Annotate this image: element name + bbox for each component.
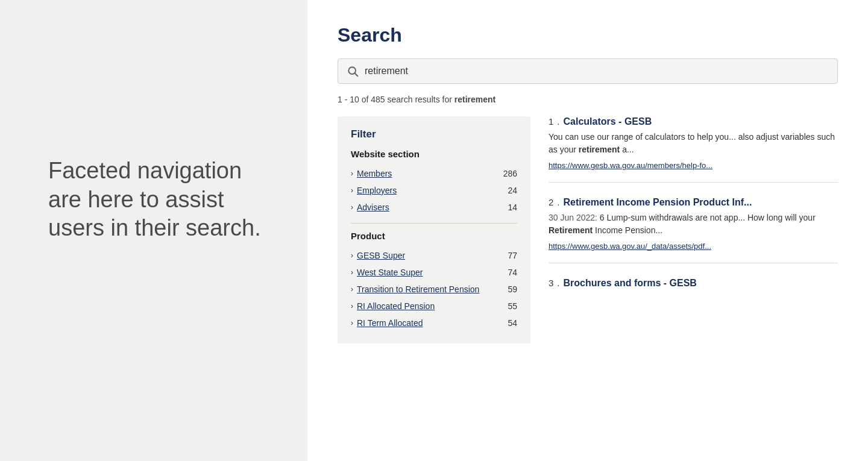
filter-item-ri-allocated[interactable]: › RI Allocated Pension 55 — [351, 298, 517, 315]
filter-count-advisers: 14 — [508, 202, 517, 212]
filter-section-website: Website section — [351, 149, 517, 159]
left-panel: Faceted navigation are here to assist us… — [0, 0, 307, 461]
chevron-transition-icon: › — [351, 285, 353, 293]
svg-line-1 — [355, 74, 358, 77]
filter-section-product: Product — [351, 231, 517, 241]
result-item-1: 1. Calculators - GESB You can use our ra… — [549, 116, 838, 183]
filter-link-members[interactable]: Members — [357, 169, 392, 178]
filter-count-employers: 24 — [508, 186, 517, 195]
result-url-2[interactable]: https://www.gesb.wa.gov.au/_data/assets/… — [549, 242, 838, 251]
filter-item-advisers[interactable]: › Advisers 14 — [351, 199, 517, 216]
result-title-3[interactable]: Brochures and forms - GESB — [564, 278, 697, 289]
filter-count-members: 286 — [503, 169, 517, 178]
filter-item-transition[interactable]: › Transition to Retirement Pension 59 — [351, 281, 517, 298]
chevron-ri-allocated-icon: › — [351, 302, 353, 310]
filter-item-gesb-super[interactable]: › GESB Super 77 — [351, 247, 517, 264]
result-number-1: 1 — [549, 116, 553, 127]
filter-link-ri-term[interactable]: RI Term Allocated — [357, 318, 423, 328]
search-heading: Search — [338, 24, 838, 46]
search-icon — [347, 65, 359, 77]
filter-item-ri-term[interactable]: › RI Term Allocated 54 — [351, 315, 517, 331]
filter-item-employers[interactable]: › Employers 24 — [351, 182, 517, 199]
chevron-members-icon: › — [351, 169, 353, 178]
filter-link-employers[interactable]: Employers — [357, 186, 397, 195]
filter-panel: Filter Website section › Members 286 › E… — [338, 116, 530, 343]
result-snippet-2: 30 Jun 2022: 6 Lump-sum withdrawals are … — [549, 212, 838, 237]
filter-item-members[interactable]: › Members 286 — [351, 165, 517, 182]
search-box-container — [338, 58, 838, 84]
filter-count-gesb-super: 77 — [508, 251, 517, 260]
result-snippet-1: You can use our range of calculators to … — [549, 131, 838, 156]
left-panel-description: Faceted navigation are here to assist us… — [48, 157, 271, 243]
search-input[interactable] — [365, 66, 829, 77]
filter-divider — [351, 223, 517, 224]
result-number-2: 2 — [549, 197, 553, 207]
chevron-employers-icon: › — [351, 186, 353, 195]
result-number-3: 3 — [549, 278, 553, 288]
filter-link-ri-allocated[interactable]: RI Allocated Pension — [357, 301, 435, 311]
filter-link-advisers[interactable]: Advisers — [357, 202, 389, 212]
filter-link-transition[interactable]: Transition to Retirement Pension — [357, 284, 479, 294]
content-area: Filter Website section › Members 286 › E… — [338, 116, 838, 343]
filter-count-transition: 59 — [508, 284, 517, 294]
filter-item-west-state[interactable]: › West State Super 74 — [351, 264, 517, 281]
results-list: 1. Calculators - GESB You can use our ra… — [549, 116, 838, 343]
filter-count-ri-allocated: 55 — [508, 301, 517, 311]
filter-count-west-state: 74 — [508, 268, 517, 277]
result-url-1[interactable]: https://www.gesb.wa.gov.au/members/help-… — [549, 161, 838, 170]
filter-link-west-state[interactable]: West State Super — [357, 268, 423, 277]
right-panel: Search 1 - 10 of 485 search results for … — [307, 0, 868, 461]
chevron-advisers-icon: › — [351, 203, 353, 212]
result-title-2[interactable]: Retirement Income Pension Product Inf... — [564, 197, 752, 208]
chevron-west-state-icon: › — [351, 268, 353, 277]
filter-link-gesb-super[interactable]: GESB Super — [357, 251, 405, 260]
result-title-1[interactable]: Calculators - GESB — [564, 116, 652, 127]
filter-title: Filter — [351, 128, 517, 140]
result-item-2: 2. Retirement Income Pension Product Inf… — [549, 197, 838, 263]
results-summary: 1 - 10 of 485 search results for retirem… — [338, 95, 838, 104]
chevron-ri-term-icon: › — [351, 319, 353, 327]
chevron-gesb-icon: › — [351, 251, 353, 260]
result-item-3: 3. Brochures and forms - GESB — [549, 278, 838, 301]
result-date-2: 30 Jun 2022: — [549, 213, 597, 222]
filter-count-ri-term: 54 — [508, 318, 517, 328]
